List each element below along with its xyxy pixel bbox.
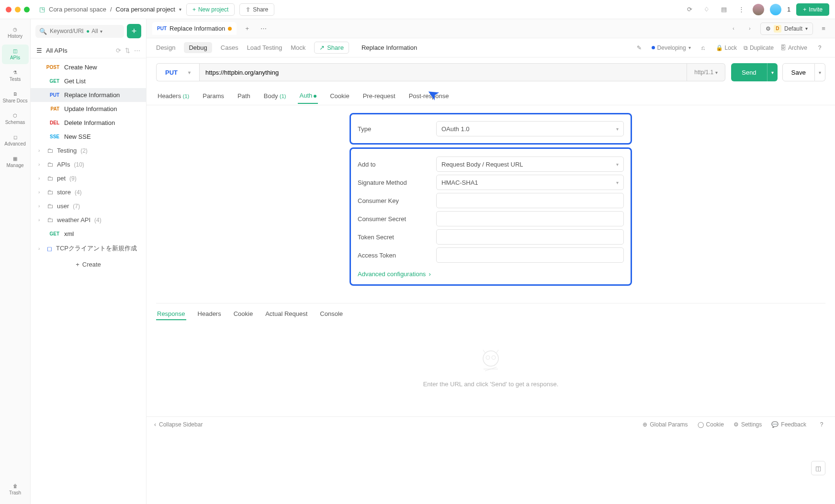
sort-icon[interactable]: ⇅: [125, 47, 130, 54]
consumer-secret-input[interactable]: [436, 211, 624, 226]
cookie-button[interactable]: ◯Cookie: [698, 419, 724, 430]
folder-item[interactable]: ›🗀pet (9): [31, 171, 146, 185]
tab-params[interactable]: Params: [201, 89, 226, 103]
tab-more-button[interactable]: ⋯: [258, 23, 269, 34]
rail-apis[interactable]: ◫APIs: [2, 45, 29, 64]
status-select[interactable]: Developing ▾: [652, 45, 691, 51]
collapse-sidebar-button[interactable]: ‹ Collapse Sidebar: [154, 421, 203, 428]
tab-headers[interactable]: Headers (1): [156, 89, 191, 103]
add-tab-button[interactable]: +: [241, 23, 253, 34]
api-item[interactable]: GETxml: [31, 227, 146, 241]
tab-cookie[interactable]: Cookie: [328, 89, 350, 103]
folder-item[interactable]: ›🗀weather API (4): [31, 213, 146, 227]
feedback-button[interactable]: 💬Feedback: [771, 419, 806, 430]
rail-schemas[interactable]: ⬡Schemas: [2, 109, 29, 129]
rail-tests[interactable]: ⚗Tests: [2, 66, 29, 86]
sync-icon[interactable]: ⟳: [684, 4, 695, 15]
new-project-button[interactable]: + New project: [186, 3, 235, 16]
subnav-cases[interactable]: Cases: [221, 44, 238, 51]
tab-body[interactable]: Body (1): [262, 89, 288, 103]
add-button[interactable]: +: [127, 24, 141, 38]
send-button[interactable]: Send: [731, 63, 767, 81]
tcp-client-item[interactable]: ›◻TCPクライアントを新規作成: [31, 241, 146, 256]
folder-item[interactable]: ›🗀store (4): [31, 185, 146, 199]
save-button[interactable]: Save: [782, 63, 815, 81]
bell-icon[interactable]: ♢: [701, 4, 712, 15]
subnav-share[interactable]: ↗ Share: [314, 42, 349, 54]
response-tab-headers[interactable]: Headers: [197, 308, 222, 320]
tab-pre-request[interactable]: Pre-request: [361, 89, 397, 103]
settings-button[interactable]: ⚙Settings: [733, 419, 762, 430]
subnav-load-testing[interactable]: Load Testing: [247, 44, 282, 51]
more-icon[interactable]: ⋯: [134, 47, 140, 54]
minimize-icon[interactable]: [15, 7, 21, 12]
rail-manage[interactable]: ▦Manage: [2, 152, 29, 172]
lock-button[interactable]: 🔒Lock: [716, 45, 737, 51]
folder-item[interactable]: ›🗀APIs (10): [31, 157, 146, 171]
response-tab-actual-request[interactable]: Actual Request: [264, 308, 308, 320]
breadcrumb-project[interactable]: Cora personal project: [116, 6, 175, 13]
invite-button[interactable]: + Invite: [796, 3, 829, 16]
save-dropdown[interactable]: ▾: [815, 63, 825, 81]
help-icon[interactable]: ?: [816, 419, 827, 430]
folder-item[interactable]: ›🗀user (7): [31, 199, 146, 213]
calendar-icon[interactable]: ▤: [718, 4, 730, 15]
api-item[interactable]: PATUpdate Information: [31, 102, 146, 116]
api-item[interactable]: PUTReplace Information: [31, 88, 146, 102]
chevron-down-icon[interactable]: ▾: [179, 7, 181, 12]
layout-toggle-button[interactable]: ◫: [811, 461, 825, 475]
api-item[interactable]: GETGet List: [31, 74, 146, 88]
menu-icon[interactable]: ⋮: [735, 4, 747, 15]
signature-method-select[interactable]: HMAC-SHA1 ▾: [436, 175, 624, 190]
send-dropdown[interactable]: ▾: [767, 63, 778, 81]
tab-next-button[interactable]: ›: [744, 23, 756, 34]
avatar[interactable]: [770, 4, 781, 15]
response-tab-cookie[interactable]: Cookie: [233, 308, 254, 320]
api-item[interactable]: POSTCreate New: [31, 60, 146, 74]
window-controls[interactable]: [6, 7, 30, 12]
api-item[interactable]: DELDelete Information: [31, 116, 146, 130]
close-icon[interactable]: [6, 7, 11, 12]
rail-share-docs[interactable]: 🗎Share Docs: [2, 88, 29, 107]
rail-trash[interactable]: 🗑Trash: [2, 480, 29, 499]
search-input[interactable]: 🔍 ● All ▾: [35, 25, 124, 38]
tab-post-response[interactable]: Post-response: [407, 89, 451, 103]
consumer-key-input[interactable]: [436, 193, 624, 208]
refresh-icon[interactable]: ⟳: [116, 47, 121, 54]
advanced-configurations-link[interactable]: Advanced configurations ›: [358, 270, 431, 278]
maximize-icon[interactable]: [24, 7, 30, 12]
rail-history[interactable]: ◷History: [2, 23, 29, 43]
access-token-input[interactable]: [436, 247, 624, 263]
global-params-button[interactable]: ⊕Global Params: [643, 419, 688, 430]
archive-button[interactable]: 🗄Archive: [780, 45, 807, 51]
branch-icon[interactable]: ⎌: [698, 42, 709, 54]
duplicate-button[interactable]: ⧉Duplicate: [744, 45, 774, 51]
tab-auth[interactable]: Auth: [298, 88, 318, 104]
token-secret-input[interactable]: [436, 229, 624, 245]
auth-type-select[interactable]: OAuth 1.0 ▾: [436, 121, 624, 136]
layout-icon[interactable]: ≡: [818, 23, 829, 34]
subnav-mock[interactable]: Mock: [291, 44, 305, 51]
subnav-design[interactable]: Design: [156, 44, 175, 51]
add-to-select[interactable]: Request Body / Request URL ▾: [436, 157, 624, 172]
filter-select[interactable]: ● All ▾: [86, 28, 102, 34]
breadcrumb-space[interactable]: Cora personal space: [49, 6, 106, 13]
method-select[interactable]: PUT ▾: [156, 63, 199, 81]
folder-item[interactable]: ›🗀Testing (2): [31, 144, 146, 157]
tab-path[interactable]: Path: [236, 89, 252, 103]
rail-advanced[interactable]: ◻Advanced: [2, 131, 29, 150]
request-tab[interactable]: PUT Replace Information: [152, 22, 237, 35]
subnav-debug[interactable]: Debug: [184, 42, 212, 53]
create-button[interactable]: +Create: [31, 256, 146, 273]
share-button[interactable]: ⇪ Share: [239, 3, 274, 16]
protocol-select[interactable]: http/1.1 ▾: [687, 63, 725, 81]
edit-icon[interactable]: ✎: [633, 42, 645, 54]
help-icon[interactable]: ?: [814, 42, 825, 54]
avatar[interactable]: [753, 4, 764, 15]
response-tab-console[interactable]: Console: [319, 308, 344, 320]
api-item[interactable]: SSENew SSE: [31, 130, 146, 144]
tab-prev-button[interactable]: ‹: [728, 23, 739, 34]
environment-select[interactable]: ⚙ D Default ▾: [760, 22, 813, 35]
url-input[interactable]: [199, 63, 687, 81]
all-apis-header[interactable]: ☰ All APIs ⟳ ⇅ ⋯: [31, 43, 146, 58]
